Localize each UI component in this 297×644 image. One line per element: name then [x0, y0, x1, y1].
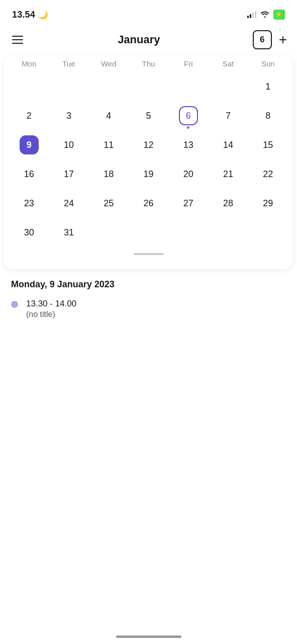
calendar-container: MonTueWedThuFriSatSun 123456789101112131… [4, 55, 293, 269]
calendar-day-cell[interactable]: 31 [49, 219, 88, 248]
calendar-grid[interactable]: 1234567891011121314151617181920212223242… [9, 73, 288, 248]
calendar-day-cell [129, 73, 168, 102]
calendar-day-cell [208, 219, 248, 248]
add-event-button[interactable]: + [279, 33, 287, 47]
calendar-day-cell[interactable]: 18 [89, 160, 129, 190]
calendar-day-cell[interactable]: 17 [49, 160, 88, 190]
signal-icon [247, 11, 256, 18]
hamburger-line [12, 39, 23, 40]
header-actions: 6 + [253, 30, 287, 49]
calendar-day-cell[interactable]: 4 [89, 102, 129, 131]
calendar-day-cell [168, 73, 208, 102]
dow-cell: Thu [129, 55, 168, 71]
events-date-header: Monday, 9 January 2023 [11, 279, 286, 290]
dow-cell: Mon [9, 55, 49, 71]
calendar-day-cell[interactable]: 16 [9, 160, 49, 190]
event-info: 13.30 - 14.00(no title) [26, 299, 76, 319]
days-of-week-row: MonTueWedThuFriSatSun [9, 55, 288, 71]
hamburger-line [12, 36, 23, 37]
wifi-icon [260, 11, 269, 19]
status-bar: 13.54 🌙 ⚡ [0, 0, 297, 26]
calendar-day-cell[interactable]: 24 [49, 190, 88, 219]
calendar-day-cell [89, 219, 129, 248]
calendar-day-cell[interactable]: 26 [129, 190, 168, 219]
battery-icon: ⚡ [273, 10, 285, 20]
calendar-day-cell[interactable]: 27 [168, 190, 208, 219]
dow-cell: Fri [168, 55, 208, 71]
calendar-day-cell[interactable]: 11 [89, 131, 129, 160]
calendar-day-cell[interactable]: 23 [9, 190, 49, 219]
event-dot [28, 155, 30, 158]
calendar-header: January 6 + [0, 26, 297, 55]
drag-indicator [134, 253, 164, 255]
calendar-day-cell[interactable]: 15 [248, 131, 288, 160]
calendar-day-cell[interactable]: 6 [168, 102, 208, 131]
dow-cell: Sun [248, 55, 288, 71]
calendar-day-cell [89, 73, 129, 102]
calendar-day-cell[interactable]: 29 [248, 190, 288, 219]
calendar-day-cell[interactable]: 12 [129, 131, 168, 160]
calendar-day-cell[interactable]: 20 [168, 160, 208, 190]
hamburger-line [12, 43, 23, 44]
month-title: January [118, 33, 160, 46]
calendar-day-cell[interactable]: 30 [9, 219, 49, 248]
calendar-day-cell [168, 219, 208, 248]
dow-cell: Tue [49, 55, 88, 71]
calendar-day-cell[interactable]: 1 [248, 73, 288, 102]
status-time: 13.54 🌙 [12, 10, 48, 20]
calendar-day-cell[interactable]: 7 [208, 102, 248, 131]
events-list: 13.30 - 14.00(no title) [11, 299, 286, 319]
calendar-day-cell[interactable]: 2 [9, 102, 49, 131]
calendar-day-cell [208, 73, 248, 102]
dow-cell: Wed [89, 55, 129, 71]
calendar-day-cell[interactable]: 5 [129, 102, 168, 131]
event-dot [187, 126, 189, 129]
calendar-day-cell[interactable]: 13 [168, 131, 208, 160]
status-icons: ⚡ [247, 10, 285, 20]
calendar-day-cell [9, 73, 49, 102]
calendar-day-cell[interactable]: 14 [208, 131, 248, 160]
event-time: 13.30 - 14.00 [26, 299, 76, 309]
calendar-day-cell[interactable]: 22 [248, 160, 288, 190]
calendar-day-cell[interactable]: 28 [208, 190, 248, 219]
event-title: (no title) [26, 310, 76, 319]
calendar-day-cell[interactable]: 9 [9, 131, 49, 160]
calendar-day-cell[interactable]: 19 [129, 160, 168, 190]
calendar-day-cell [129, 219, 168, 248]
moon-icon: 🌙 [38, 10, 48, 20]
home-indicator [116, 635, 181, 638]
time-label: 13.54 [12, 10, 35, 20]
event-item[interactable]: 13.30 - 14.00(no title) [11, 299, 286, 319]
calendar-day-cell[interactable]: 25 [89, 190, 129, 219]
events-section: Monday, 9 January 2023 13.30 - 14.00(no … [0, 269, 297, 319]
menu-button[interactable] [10, 34, 25, 46]
today-badge[interactable]: 6 [253, 30, 272, 49]
dow-cell: Sat [208, 55, 248, 71]
calendar-day-cell[interactable]: 21 [208, 160, 248, 190]
charging-icon: ⚡ [275, 11, 282, 18]
calendar-day-cell [49, 73, 88, 102]
calendar-day-cell[interactable]: 10 [49, 131, 88, 160]
calendar-day-cell[interactable]: 8 [248, 102, 288, 131]
calendar-day-cell[interactable]: 3 [49, 102, 88, 131]
calendar-day-cell [248, 219, 288, 248]
event-color-dot [11, 301, 18, 308]
